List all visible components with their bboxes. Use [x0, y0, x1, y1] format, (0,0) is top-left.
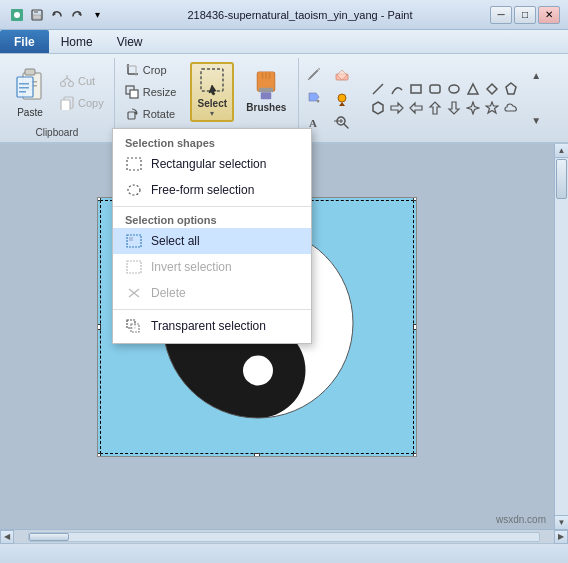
clipboard-small-buttons: Cut Copy — [56, 71, 108, 113]
freeform-selection-option[interactable]: Free-form selection — [113, 177, 311, 203]
down-arrow-shape[interactable] — [445, 99, 463, 117]
eraser-button[interactable] — [331, 63, 353, 85]
delete-label: Delete — [151, 286, 186, 300]
copy-button[interactable]: Copy — [56, 93, 108, 113]
vertical-scrollbar: ▲ ▼ — [554, 144, 568, 529]
svg-point-69 — [128, 185, 140, 195]
title-bar: ▾ 218436-supernatural_taoism_yin_yang - … — [0, 0, 568, 30]
hscroll-right-button[interactable]: ▶ — [554, 530, 568, 544]
close-button[interactable]: ✕ — [538, 6, 560, 24]
left-arrow-shape[interactable] — [407, 99, 425, 117]
rotate-icon — [125, 107, 139, 121]
svg-marker-52 — [468, 84, 478, 94]
cloud-shape[interactable] — [502, 99, 520, 117]
svg-rect-15 — [19, 91, 26, 93]
view-menu[interactable]: View — [105, 30, 155, 53]
vscroll-thumb[interactable] — [556, 159, 567, 199]
handle-br[interactable] — [413, 453, 417, 457]
delete-icon — [125, 284, 143, 302]
select-all-label: Select all — [151, 234, 200, 248]
svg-rect-38 — [259, 88, 273, 92]
crop-icon — [125, 63, 139, 77]
shapes-scroll: ▲ ▼ — [529, 68, 543, 128]
pencil-button[interactable] — [303, 63, 325, 85]
svg-rect-50 — [430, 85, 440, 93]
image-tools: Crop Resize Rotate — [121, 60, 181, 124]
zoom-button[interactable] — [331, 111, 353, 133]
shapes-scroll-up[interactable]: ▲ — [531, 70, 541, 81]
star4-shape[interactable] — [464, 99, 482, 117]
star5-shape[interactable] — [483, 99, 501, 117]
delete-option: Delete — [113, 280, 311, 306]
up-arrow-shape[interactable] — [426, 99, 444, 117]
ellipse-shape[interactable] — [445, 80, 463, 98]
line-shape[interactable] — [369, 80, 387, 98]
curve-shape[interactable] — [388, 80, 406, 98]
handle-bm[interactable] — [254, 453, 260, 457]
rotate-button[interactable]: Rotate — [121, 104, 181, 124]
handle-ml[interactable] — [97, 324, 101, 330]
svg-rect-37 — [269, 72, 271, 79]
svg-rect-3 — [34, 10, 38, 13]
scroll-down-button[interactable]: ▼ — [555, 515, 568, 529]
paint-icon — [8, 6, 26, 24]
file-menu[interactable]: File — [0, 30, 49, 53]
right-arrow-shape[interactable] — [388, 99, 406, 117]
handle-mr[interactable] — [413, 324, 417, 330]
maximize-button[interactable]: □ — [514, 6, 536, 24]
transparent-label: Transparent selection — [151, 319, 266, 333]
svg-rect-14 — [19, 87, 29, 89]
watermark: wsxdn.com — [496, 514, 546, 525]
handle-tl[interactable] — [97, 197, 101, 201]
fill-button[interactable] — [303, 87, 325, 109]
cut-button[interactable]: Cut — [56, 71, 108, 91]
select-all-option[interactable]: Select all — [113, 228, 311, 254]
paste-button[interactable]: Paste — [6, 63, 54, 120]
undo-button[interactable] — [48, 6, 66, 24]
clipboard-group: Paste Cut — [0, 58, 115, 138]
svg-marker-61 — [486, 102, 498, 113]
triangle-shape[interactable] — [464, 80, 482, 98]
resize-button[interactable]: Resize — [121, 82, 181, 102]
redo-button[interactable] — [68, 6, 86, 24]
crop-button[interactable]: Crop — [121, 60, 181, 80]
scroll-up-button[interactable]: ▲ — [555, 144, 568, 158]
save-button[interactable] — [28, 6, 46, 24]
hexagon-shape[interactable] — [369, 99, 387, 117]
image-content: Crop Resize Rotate — [121, 58, 293, 125]
svg-rect-35 — [262, 72, 264, 79]
selection-shapes-label: Selection shapes — [113, 133, 311, 151]
brushes-button[interactable]: Brushes — [240, 68, 292, 115]
clipboard-content: Paste Cut — [6, 58, 108, 125]
transparent-selection-option[interactable]: Transparent selection — [113, 313, 311, 339]
minimize-button[interactable]: ─ — [490, 6, 512, 24]
brushes-label: Brushes — [246, 102, 286, 113]
hscroll-left-button[interactable]: ◀ — [0, 530, 14, 544]
shapes-grid — [369, 80, 529, 117]
shapes-area: ▲ ▼ — [361, 58, 568, 138]
image-group: Crop Resize Rotate — [115, 58, 300, 138]
customize-qat-button[interactable]: ▾ — [88, 6, 106, 24]
handle-tr[interactable] — [413, 197, 417, 201]
menu-bar: File Home View — [0, 30, 568, 54]
svg-point-1 — [14, 12, 20, 18]
rect-shape[interactable] — [407, 80, 425, 98]
rectangular-selection-option[interactable]: Rectangular selection — [113, 151, 311, 177]
pentagon-shape[interactable] — [502, 80, 520, 98]
svg-line-45 — [344, 124, 348, 128]
shapes-scroll-down[interactable]: ▼ — [531, 115, 541, 126]
select-button[interactable]: Select ▾ — [190, 62, 234, 122]
color-picker-button[interactable] — [331, 87, 353, 109]
hscroll-track — [28, 532, 540, 542]
svg-rect-8 — [25, 69, 35, 75]
handle-bl[interactable] — [97, 453, 101, 457]
rounded-rect-shape[interactable] — [426, 80, 444, 98]
hscroll-thumb[interactable] — [29, 533, 69, 541]
tools-column1: A — [303, 63, 325, 133]
clipboard-group-label: Clipboard — [35, 125, 78, 138]
brushes-icon — [252, 70, 280, 102]
svg-line-48 — [373, 84, 383, 94]
select-dropdown: Selection shapes Rectangular selection F… — [112, 128, 312, 344]
home-menu[interactable]: Home — [49, 30, 105, 53]
diamond-shape[interactable] — [483, 80, 501, 98]
